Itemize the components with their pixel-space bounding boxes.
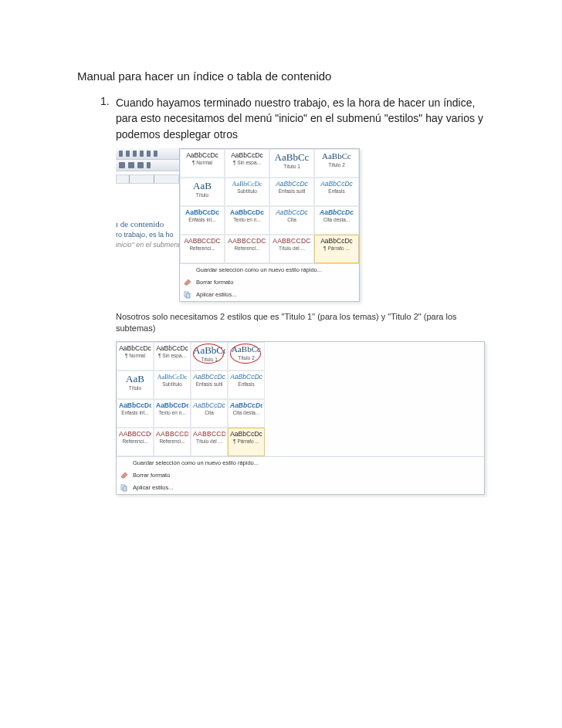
style-label: Cita desta... [230, 410, 262, 415]
style-sample: AaBbCcDc [119, 402, 151, 409]
menu-clear-format[interactable]: Borrar formato [180, 276, 359, 289]
svg-rect-5 [123, 486, 127, 491]
document-page: Manual para hacer un índice o tabla de c… [0, 0, 562, 537]
style-cell[interactable]: AaBbCcDc¶ Párrafo ... [314, 235, 359, 263]
style-sample: AaBbCc [317, 152, 357, 161]
style-sample: AaBbCcDc [193, 374, 225, 381]
style-sample: AaBbCc [272, 152, 312, 162]
style-sample: AaBbCcDc [317, 238, 357, 245]
style-sample: AaBbCcDc [230, 431, 262, 438]
style-cell[interactable]: AaBbCcDcSubtítulo [154, 371, 191, 399]
style-cell[interactable]: AaBbCcTítulo 1 [269, 149, 314, 178]
menu-apply-styles[interactable]: Aplicar estilos... [180, 289, 359, 301]
eraser-icon [183, 278, 192, 287]
style-label: Énfasis [230, 381, 262, 387]
eraser-icon [120, 471, 129, 480]
style-cell[interactable]: AABBCCDCReferenci... [225, 235, 269, 263]
style-label: ¶ Párrafo ... [230, 438, 262, 444]
styles-menu: Guardar selección como un nuevo estilo r… [180, 263, 359, 301]
style-cell[interactable]: AaBbCcDcÉnfasis [228, 371, 265, 399]
style-cell[interactable]: AaBbCcDc¶ Sin espa... [225, 149, 269, 178]
doc-line: inicio" en el submenu estılos nay varıos [116, 240, 179, 251]
style-cell[interactable]: AaBbCcDcCita [191, 399, 228, 428]
style-cell[interactable]: AaBbCcDcCita desta... [228, 399, 265, 428]
style-cell[interactable]: AaBbCcDcÉnfasis int... [117, 399, 154, 428]
svg-marker-3 [121, 472, 127, 478]
ordered-list: 1. Cuando hayamos terminado nuestro trab… [77, 95, 485, 501]
style-cell[interactable]: AABBCCDCTítulo del ... [191, 428, 228, 456]
style-cell[interactable]: AaBbCcDcSubtítulo [225, 178, 269, 206]
style-sample: AaBbCcDc [230, 402, 262, 409]
menu-apply-styles[interactable]: Aplicar estilos... [117, 482, 484, 494]
style-label: Referenci... [119, 438, 151, 444]
document-text-behind: ı de contenido ro trabajo, es la ho inic… [116, 188, 179, 251]
style-sample: AaBbCcDc [272, 209, 312, 216]
style-cell[interactable]: AaBbCcDcÉnfasis int... [180, 206, 225, 235]
style-cell[interactable]: AaBbCcDcCita [269, 206, 314, 235]
style-cell[interactable]: AaBbCcDcCita desta... [314, 206, 359, 235]
style-label: Énfasis int... [182, 217, 222, 222]
style-cell[interactable]: AABBCCDCReferenci... [154, 428, 191, 456]
style-sample: AaB [182, 181, 222, 191]
toolbar-row [116, 160, 179, 171]
menu-clear-format[interactable]: Borrar formato [117, 469, 484, 482]
style-label: Título 2 [230, 355, 262, 361]
menu-save-selection[interactable]: Guardar selección como un nuevo estilo r… [117, 457, 484, 469]
save-icon [183, 266, 192, 275]
style-sample: AaBbCc [230, 345, 262, 354]
style-label: Título 2 [317, 162, 357, 168]
style-cell[interactable]: AaBbCcDc¶ Párrafo ... [228, 428, 265, 456]
style-label: Texto en n... [227, 217, 267, 222]
style-cell[interactable]: AaBbCcTítulo 2 [314, 149, 359, 178]
style-cell[interactable]: AaBbCcDc¶ Sin espa... [154, 342, 191, 371]
apply-icon [120, 483, 129, 493]
style-sample: AABBCCDC [193, 431, 225, 438]
style-cell[interactable]: AaBTítulo [117, 371, 154, 399]
style-cell[interactable]: AaBbCcTítulo 1 [191, 342, 228, 371]
page-title: Manual para hacer un índice o tabla de c… [77, 69, 485, 83]
style-sample: AaBbCcDc [230, 374, 262, 381]
step-number: 1. [100, 95, 116, 501]
styles-dropdown-panel: AaBbCcDc¶ NormalAaBbCcDc¶ Sin espa...AaB… [116, 341, 485, 495]
style-label: Énfasis sutil [193, 381, 225, 387]
style-cell[interactable]: AABBCCDCReferenci... [117, 428, 154, 456]
style-cell[interactable]: AaBbCcDcTexto en n... [225, 206, 269, 235]
style-cell[interactable]: AaBbCcDcÉnfasis sutil [191, 371, 228, 399]
style-sample: AaBbCcDc [227, 181, 267, 188]
styles-dropdown-panel: AaBbCcDc¶ NormalAaBbCcDc¶ Sin espa...AaB… [179, 148, 360, 302]
style-cell[interactable]: AaBbCcDcÉnfasis [314, 178, 359, 206]
style-sample: AABBCCDC [119, 431, 151, 438]
style-cell[interactable]: AaBbCcDcTexto en n... [154, 399, 191, 428]
toolbar-fragment: ı de contenido ro trabajo, es la ho inic… [116, 148, 179, 302]
style-cell[interactable]: AaBbCcDc¶ Normal [117, 342, 154, 371]
style-sample: AaBbCcDc [182, 152, 222, 159]
style-sample: AaBbCcDc [119, 345, 151, 352]
style-sample: AaBbCcDc [156, 345, 188, 352]
style-label: Cita desta... [317, 217, 357, 222]
style-sample: AABBCCDC [156, 431, 188, 438]
style-sample: AaBbCcDc [156, 374, 188, 381]
style-cell[interactable]: AABBCCDCTítulo del ... [269, 235, 314, 263]
style-label: Cita [272, 217, 312, 222]
style-cell[interactable]: AABBCCDCReferenci... [180, 235, 225, 263]
style-cell[interactable]: AaBbCcDc¶ Normal [180, 149, 225, 178]
style-label: Referenci... [182, 245, 222, 251]
styles-menu: Guardar selección como un nuevo estilo r… [117, 456, 484, 494]
style-label: Título 1 [193, 357, 225, 362]
toolbar-row [116, 148, 179, 160]
style-label: Título [119, 385, 151, 391]
style-cell[interactable]: AaBbCcDcÉnfasis sutil [269, 178, 314, 206]
style-sample: AaBbCcDc [182, 209, 222, 216]
style-label: Énfasis sutil [272, 188, 312, 194]
style-cell[interactable]: AaBTítulo [180, 178, 225, 206]
style-sample: AaBbCcDc [227, 152, 267, 159]
doc-heading: ı de contenido [116, 219, 179, 229]
style-sample: AaBbCcDc [317, 209, 357, 216]
style-label: Título [182, 192, 222, 198]
style-sample: AaBbCcDc [317, 181, 357, 188]
menu-save-selection[interactable]: Guardar selección como un nuevo estilo r… [180, 264, 359, 276]
style-label: ¶ Normal [119, 353, 151, 358]
style-label: Subtítulo [156, 381, 188, 387]
style-sample: AABBCCDC [227, 238, 267, 245]
style-cell[interactable]: AaBbCcTítulo 2 [228, 342, 265, 371]
